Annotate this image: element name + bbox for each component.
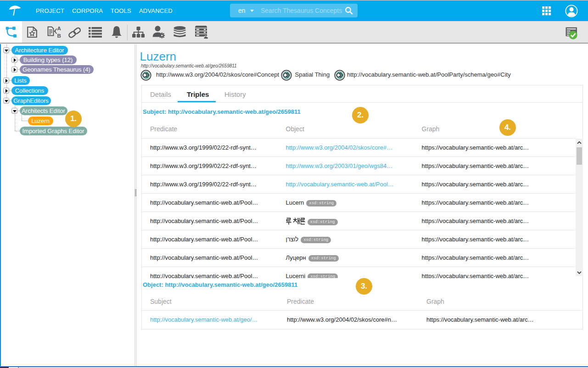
svg-text:B: B: [57, 33, 61, 39]
svg-text:A: A: [57, 26, 61, 31]
